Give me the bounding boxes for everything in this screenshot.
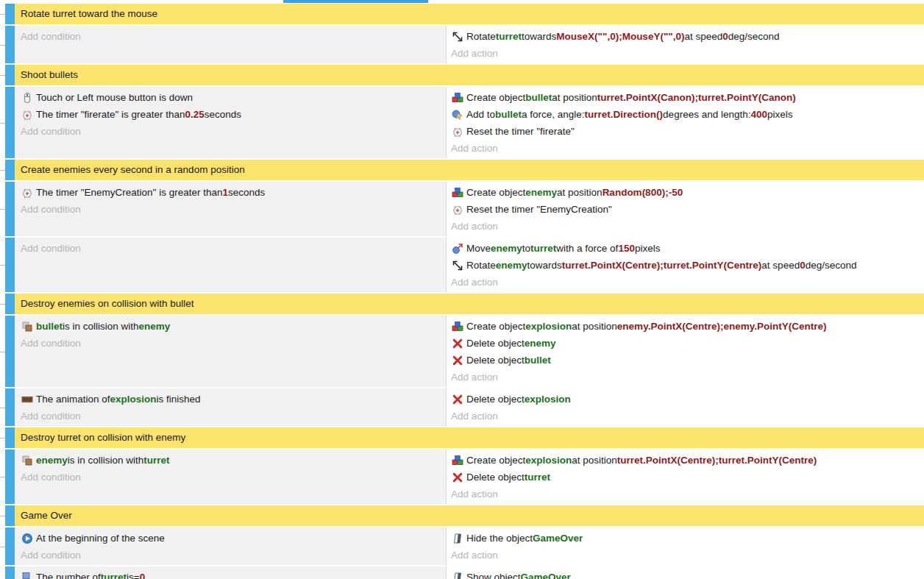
event-gutter [0, 87, 15, 158]
add-action-label: Add action [451, 408, 498, 425]
sentence-text: deg/second [806, 257, 857, 274]
tree-connector [0, 352, 5, 352]
add-condition-button[interactable]: Add condition [21, 408, 446, 425]
add-action-button[interactable]: Add action [451, 408, 924, 425]
expression-value: 0.25 [185, 106, 204, 123]
comment-bar[interactable]: Rotate turret toward the mouse [15, 4, 924, 24]
comment-bar[interactable]: Game Over [15, 505, 924, 526]
condition-item[interactable]: At the beginning of the scene [21, 530, 446, 547]
actions-column[interactable]: Create object explosion at position enem… [446, 316, 924, 387]
expression-value: 1 [222, 184, 228, 201]
action-item[interactable]: Create object bullet at position turret.… [451, 89, 924, 106]
condition-item[interactable]: x?The number of turret is = 0 [21, 569, 446, 579]
add-action-button[interactable]: Add action [451, 369, 924, 386]
tree-connector [0, 438, 5, 438]
event-selection-bar[interactable] [5, 182, 15, 236]
conditions-column[interactable]: bullet is in collision with enemyAdd con… [15, 316, 446, 387]
event-selection-bar[interactable] [5, 388, 15, 426]
add-condition-button[interactable]: Add condition [21, 28, 446, 45]
condition-item[interactable]: The animation of explosion is finished [21, 391, 446, 408]
add-condition-button[interactable]: Add condition [21, 201, 446, 218]
actions-column[interactable]: Move enemy to turret with a force of 150… [446, 238, 924, 292]
actions-column[interactable]: Hide the object GameOverAdd action [446, 528, 924, 565]
actions-column[interactable]: Rotate turret towards MouseX("",0);Mouse… [446, 26, 924, 63]
action-item[interactable]: Delete object enemy [451, 335, 924, 352]
condition-item[interactable]: bullet is in collision with enemy [21, 318, 446, 335]
add-condition-button[interactable]: Add condition [21, 547, 446, 564]
event-selection-bar[interactable] [5, 26, 15, 63]
actions-column[interactable]: Create object explosion at position turr… [446, 450, 924, 504]
conditions-column[interactable]: enemy is in collision with turretAdd con… [15, 450, 446, 504]
add-action-button[interactable]: Add action [451, 547, 924, 564]
event-selection-bar[interactable] [5, 505, 15, 526]
event-selection-bar[interactable] [5, 316, 15, 387]
action-item[interactable]: Hide the object GameOver [451, 530, 924, 547]
actions-column[interactable]: Show object GameOverSet time scale to 0A… [446, 566, 924, 579]
top-tab-indicator[interactable] [283, 0, 428, 3]
expression-value: turret.PointX(Centre);turret.PointY(Cent… [617, 452, 817, 469]
event-selection-bar[interactable] [5, 87, 15, 158]
sentence-text: = [134, 569, 140, 579]
sentence-text: seconds [228, 184, 265, 201]
sentence-text: deg/second [728, 28, 780, 45]
event-selection-bar[interactable] [5, 238, 15, 292]
expression-value: Random(800);-50 [603, 184, 683, 201]
condition-item[interactable]: The timer "firerate" is greater than 0.2… [21, 106, 446, 123]
conditions-column[interactable]: Add condition [15, 238, 446, 292]
comment-bar[interactable]: Shoot bullets [15, 65, 924, 85]
add-action-button[interactable]: Add action [451, 218, 924, 235]
conditions-column[interactable]: Touch or Left mouse button is downThe ti… [15, 87, 446, 158]
event-selection-bar[interactable] [5, 566, 15, 579]
actions-column[interactable]: Create object enemy at position Random(8… [446, 182, 924, 236]
sentence-text: Create object [466, 184, 525, 201]
actions-column[interactable]: Delete object explosionAdd action [446, 388, 924, 426]
event-selection-bar[interactable] [5, 427, 15, 448]
comment-bar[interactable]: Destroy enemies on collision with bullet [15, 294, 924, 314]
add-condition-button[interactable]: Add condition [21, 469, 446, 486]
event-selection-bar[interactable] [5, 160, 15, 180]
action-item[interactable]: Delete object explosion [451, 391, 924, 408]
condition-item[interactable]: The timer "EnemyCreation" is greater tha… [21, 184, 446, 201]
action-item[interactable]: Rotate turret towards MouseX("",0);Mouse… [451, 28, 924, 45]
action-item[interactable]: Create object enemy at position Random(8… [451, 184, 924, 201]
event-selection-bar[interactable] [5, 4, 15, 24]
event-selection-bar[interactable] [5, 528, 15, 565]
conditions-column[interactable]: Add condition [15, 26, 446, 63]
expression-value: MouseX("",0);MouseY("",0) [556, 28, 684, 45]
add-condition-button[interactable]: Add condition [21, 240, 446, 257]
event-selection-bar[interactable] [5, 294, 15, 314]
conditions-column[interactable]: The animation of explosion is finishedAd… [15, 388, 446, 426]
conditions-column[interactable]: At the beginning of the sceneAdd conditi… [15, 528, 446, 565]
add-action-button[interactable]: Add action [451, 140, 924, 157]
action-item[interactable]: Delete object turret [451, 469, 924, 486]
event-selection-bar[interactable] [5, 65, 15, 85]
sentence-text: At the beginning of the scene [36, 530, 165, 547]
action-item[interactable]: Rotate enemy towards turret.PointX(Centr… [451, 257, 924, 274]
action-item[interactable]: Create object explosion at position enem… [451, 318, 924, 335]
action-item[interactable]: Create object explosion at position turr… [451, 452, 924, 469]
action-item[interactable]: Show object GameOver [451, 569, 924, 579]
add-action-button[interactable]: Add action [451, 45, 924, 62]
create-object-icon [451, 91, 463, 104]
condition-item[interactable]: Touch or Left mouse button is down [21, 89, 446, 106]
actions-column[interactable]: Create object bullet at position turret.… [446, 87, 924, 158]
sentence-text: Delete object [466, 391, 525, 408]
action-item[interactable]: Reset the timer "EnemyCreation" [451, 201, 924, 218]
action-item[interactable]: Move enemy to turret with a force of 150… [451, 240, 924, 257]
add-action-button[interactable]: Add action [451, 274, 924, 291]
add-action-button[interactable]: Add action [451, 486, 924, 502]
conditions-column[interactable]: x?The number of turret is = 0The timer "… [15, 566, 446, 579]
event-selection-bar[interactable] [5, 450, 15, 504]
add-condition-button[interactable]: Add condition [21, 335, 446, 352]
action-item[interactable]: Delete object bullet [451, 352, 924, 369]
comment-block: Game Over [0, 505, 924, 526]
comment-bar[interactable]: Create enemies every second in a random … [15, 160, 924, 180]
conditions-column[interactable]: The timer "EnemyCreation" is greater tha… [15, 182, 446, 236]
action-item[interactable]: Reset the timer "firerate" [451, 123, 924, 140]
comment-bar[interactable]: Destroy turret on collision with enemy [15, 427, 924, 448]
expression-value: enemy.PointX(Centre);enemy.PointY(Centre… [617, 318, 827, 335]
event-row: enemy is in collision with turretAdd con… [15, 450, 924, 504]
add-condition-button[interactable]: Add condition [21, 123, 446, 140]
condition-item[interactable]: enemy is in collision with turret [21, 452, 446, 469]
action-item[interactable]: Add to bullet a force, angle: turret.Dir… [451, 106, 924, 123]
